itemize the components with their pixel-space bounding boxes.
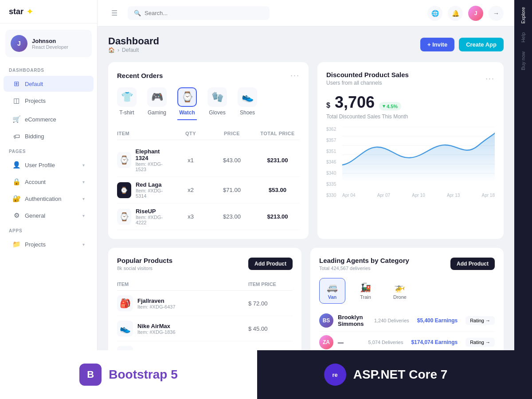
default-icon: ⊞ — [12, 80, 20, 88]
sidebar-item-label: Authentication — [25, 196, 61, 202]
tab-shoes-label: Shoes — [240, 110, 255, 116]
agent-earnings: $174,074 Earnings — [411, 339, 458, 345]
auth-icon: 🔐 — [12, 195, 20, 203]
page-header: Dashboard 🏠 › Default + Invite Create Ap… — [108, 35, 504, 53]
product-name: Fjallraven — [137, 297, 176, 304]
sidebar-item-default[interactable]: ⊞ Default — [4, 76, 94, 92]
y-label: $330 — [326, 193, 336, 198]
tab-watch[interactable]: ⌚ Watch — [177, 87, 197, 120]
promo-bootstrap[interactable]: B Bootstrap 5 — [0, 350, 257, 399]
tab-tshirt[interactable]: 👕 T-shirt — [117, 87, 137, 120]
section-pages: PAGES — [0, 145, 97, 156]
sidebar-item-ecommerce[interactable]: 🛒 eCommerce — [4, 111, 94, 127]
tab-shoes[interactable]: 👟 Shoes — [238, 87, 257, 120]
col-qty: QTY — [173, 131, 208, 136]
topbar-arrow-button[interactable]: → — [489, 6, 504, 21]
sidebar-item-bidding[interactable]: 🏷 Bidding — [4, 128, 94, 144]
agent-category-tabs: 🚐 Van 🚂 Train 🚁 Drone — [319, 278, 495, 304]
sidebar-buy-now-button[interactable]: Buy now — [520, 51, 526, 70]
y-label: $351 — [326, 149, 336, 154]
col-price: PRICE — [212, 131, 252, 136]
right-sidebar: Explore Help Buy now — [514, 0, 532, 399]
product-price: $ 72.00 — [248, 300, 293, 307]
order-item-name: Red Laga — [136, 181, 169, 188]
order-item: ⌚ RiseUP Item: #XDG-4222 — [117, 208, 169, 225]
product-details: Fjallraven Item: #XDG-6437 — [137, 297, 176, 309]
order-item-id: Item: #XDG-1523 — [136, 161, 170, 172]
tab-gaming[interactable]: 🎮 Gaming — [147, 87, 167, 120]
tab-gloves[interactable]: 🧤 Gloves — [207, 87, 227, 120]
topbar-bell-button[interactable]: 🔔 — [448, 6, 463, 21]
user-card[interactable]: J Johnson React Developer — [5, 30, 92, 57]
sidebar-item-user-profile[interactable]: 👤 User Profile ▾ — [4, 157, 94, 173]
sidebar-item-projects[interactable]: ◫ Projects — [4, 93, 94, 109]
tab-gloves-label: Gloves — [209, 110, 225, 116]
bootstrap-icon: B — [79, 364, 102, 386]
orders-table-header: ITEM QTY PRICE TOTAL PRICE — [117, 127, 300, 140]
order-total: $213.00 — [255, 213, 300, 220]
sidebar-item-authentication[interactable]: 🔐 Authentication ▾ — [4, 191, 94, 207]
agent-avatar: BS — [319, 313, 333, 328]
order-price: $71.00 — [212, 187, 252, 193]
tab-drone[interactable]: 🚁 Drone — [386, 278, 414, 304]
order-price: $23.00 — [212, 213, 252, 220]
sales-dollar-sign: $ — [326, 102, 330, 110]
rating-button[interactable]: Rating → — [466, 338, 495, 347]
sidebar-collapse-button[interactable]: ☰ — [108, 7, 121, 20]
y-label: $335 — [326, 182, 336, 187]
sidebar-item-apps-projects[interactable]: 📁 Projects ▾ — [4, 236, 94, 252]
promo-overlay: B Bootstrap 5 re ASP.NET Core 7 — [0, 350, 514, 399]
agent-deliveries: 5,074 Deliveries — [368, 340, 403, 345]
logo-text: star — [9, 7, 23, 16]
user-name: Johnson — [32, 38, 68, 44]
order-item-name: RiseUP — [136, 208, 169, 215]
section-apps: APPS — [0, 224, 97, 236]
header-actions: + Invite Create App — [420, 38, 504, 51]
col-item: ITEM — [117, 282, 248, 287]
add-product-button[interactable]: Add Product — [248, 258, 293, 270]
agent-name: Brooklyn Simmons — [338, 314, 370, 327]
cards-row: Recent Orders ··· 👕 T-shirt 🎮 Gaming ⌚ — [108, 62, 504, 239]
product-image: 🎒 — [117, 295, 133, 311]
logo-star-icon: ✦ — [26, 6, 34, 17]
sidebar-item-label: eCommerce — [25, 116, 56, 123]
sidebar-explore-button[interactable]: Explore — [520, 7, 526, 23]
sidebar-item-account[interactable]: 🔒 Account ▾ — [4, 174, 94, 190]
y-label: $357 — [326, 138, 336, 143]
x-label: Apr 10 — [412, 193, 425, 198]
bidding-icon: 🏷 — [12, 132, 20, 140]
sales-card-menu-icon[interactable]: ··· — [485, 74, 495, 83]
tab-van[interactable]: 🚐 Van — [319, 278, 345, 304]
sidebar-help-button[interactable]: Help — [520, 32, 526, 43]
add-product-button-2[interactable]: Add Product — [450, 258, 495, 270]
page-title-row: Dashboard — [108, 35, 159, 47]
ecommerce-icon: 🛒 — [12, 115, 20, 123]
order-item-image: ⌚ — [117, 182, 131, 198]
create-app-button[interactable]: Create App — [459, 38, 504, 51]
home-icon: 🏠 — [108, 47, 115, 53]
bootstrap-label: Bootstrap 5 — [109, 368, 178, 382]
invite-button[interactable]: + Invite — [420, 38, 454, 51]
promo-aspnet[interactable]: re ASP.NET Core 7 — [257, 350, 514, 399]
search-icon: 🔍 — [134, 10, 141, 16]
sidebar: star ✦ J Johnson React Developer DASHBOA… — [0, 0, 98, 399]
topbar-user-avatar[interactable]: J — [468, 6, 483, 21]
topbar-globe-button[interactable]: 🌐 — [427, 6, 442, 21]
product-image: 👟 — [117, 321, 133, 336]
sales-title: Discounted Product Sales — [326, 71, 409, 78]
agent-name: — — [338, 339, 364, 346]
rating-button[interactable]: Rating → — [466, 316, 495, 325]
sales-number: 3,706 — [335, 93, 375, 112]
tab-train[interactable]: 🚂 Train — [352, 278, 379, 304]
order-item-id: Item: #XDG-5314 — [136, 188, 169, 199]
user-role: React Developer — [32, 44, 68, 50]
search-input[interactable] — [145, 10, 263, 16]
sidebar-item-general[interactable]: ⚙ General ▾ — [4, 207, 94, 223]
x-label: Apr 13 — [447, 193, 460, 198]
breadcrumb: 🏠 › Default — [108, 47, 159, 53]
order-item-image: ⌚ — [117, 209, 131, 225]
card-menu-icon[interactable]: ··· — [290, 71, 300, 80]
order-item-image: ⌚ — [117, 152, 131, 168]
drone-icon: 🚁 — [394, 282, 405, 293]
sales-description: Total Discounted Sales This Month — [326, 113, 495, 120]
